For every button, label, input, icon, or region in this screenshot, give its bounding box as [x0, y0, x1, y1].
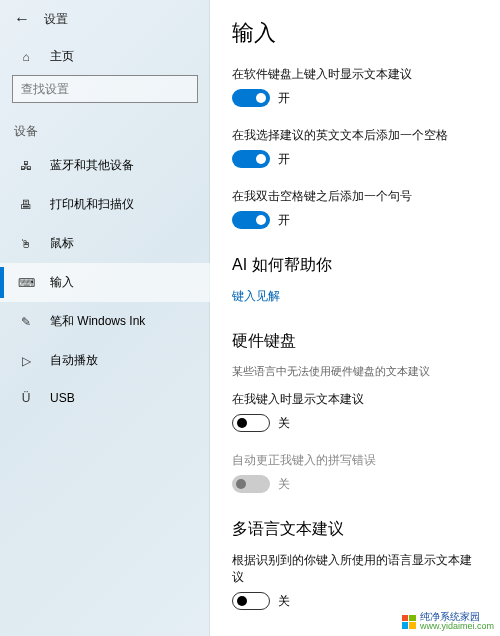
sidebar-item-6[interactable]: ÜUSB — [0, 380, 210, 416]
sidebar-item-4[interactable]: ✎笔和 Windows Ink — [0, 302, 210, 341]
back-button[interactable]: ← — [14, 10, 30, 28]
sidebar-item-icon: 🖶 — [18, 198, 34, 212]
sidebar-item-icon: ✎ — [18, 315, 34, 329]
hardware-0-state: 关 — [278, 415, 290, 432]
section-ai-heading: AI 如何帮助你 — [232, 255, 480, 276]
sidebar-item-icon: Ü — [18, 391, 34, 405]
sidebar-item-label: 打印机和扫描仪 — [50, 196, 134, 213]
sidebar-home-label: 主页 — [50, 48, 74, 65]
typing-0-state: 开 — [278, 90, 290, 107]
typing-2-label: 在我双击空格键之后添加一个句号 — [232, 188, 480, 205]
sidebar-item-5[interactable]: ▷自动播放 — [0, 341, 210, 380]
typing-1-label: 在我选择建议的英文文本后添加一个空格 — [232, 127, 480, 144]
sidebar-item-2[interactable]: 🖱鼠标 — [0, 224, 210, 263]
sidebar-item-1[interactable]: 🖶打印机和扫描仪 — [0, 185, 210, 224]
hardware-1-state: 关 — [278, 476, 290, 493]
sidebar-item-icon: 🖱 — [18, 237, 34, 251]
section-multilang-heading: 多语言文本建议 — [232, 519, 480, 540]
typing-1-state: 开 — [278, 151, 290, 168]
home-icon: ⌂ — [18, 50, 34, 64]
multilang-0-state: 关 — [278, 593, 290, 610]
sidebar-item-label: 输入 — [50, 274, 74, 291]
watermark-logo-icon — [402, 615, 416, 629]
hardware-1-label: 自动更正我键入的拼写错误 — [232, 452, 480, 469]
hardware-0-label: 在我键入时显示文本建议 — [232, 391, 480, 408]
hardware-1-toggle — [232, 475, 270, 493]
sidebar-item-label: 鼠标 — [50, 235, 74, 252]
sidebar-item-label: 自动播放 — [50, 352, 98, 369]
page-title: 输入 — [232, 18, 480, 48]
typing-2-toggle[interactable] — [232, 211, 270, 229]
typing-insights-link[interactable]: 键入见解 — [232, 288, 280, 305]
sidebar-item-icon: ▷ — [18, 354, 34, 368]
sidebar-item-0[interactable]: 🖧蓝牙和其他设备 — [0, 146, 210, 185]
hardware-0-toggle[interactable] — [232, 414, 270, 432]
watermark-url: www.yidaimei.com — [420, 622, 494, 632]
sidebar-item-label: 笔和 Windows Ink — [50, 313, 145, 330]
sidebar-item-label: USB — [50, 391, 75, 405]
typing-1-toggle[interactable] — [232, 150, 270, 168]
typing-2-state: 开 — [278, 212, 290, 229]
section-hardware-heading: 硬件键盘 — [232, 331, 480, 352]
sidebar-item-icon: 🖧 — [18, 159, 34, 173]
multilang-0-label: 根据识别到的你键入所使用的语言显示文本建议 — [232, 552, 480, 586]
sidebar-section-label: 设备 — [0, 109, 210, 146]
sidebar-home[interactable]: ⌂ 主页 — [0, 38, 210, 75]
search-input[interactable] — [12, 75, 198, 103]
hardware-note: 某些语言中无法使用硬件键盘的文本建议 — [232, 364, 480, 379]
sidebar-item-3[interactable]: ⌨输入 — [0, 263, 210, 302]
sidebar-item-label: 蓝牙和其他设备 — [50, 157, 134, 174]
typing-0-toggle[interactable] — [232, 89, 270, 107]
window-title: 设置 — [44, 11, 68, 28]
sidebar-item-icon: ⌨ — [18, 276, 34, 290]
multilang-0-toggle[interactable] — [232, 592, 270, 610]
typing-0-label: 在软件键盘上键入时显示文本建议 — [232, 66, 480, 83]
watermark: 纯净系统家园 www.yidaimei.com — [402, 611, 494, 632]
